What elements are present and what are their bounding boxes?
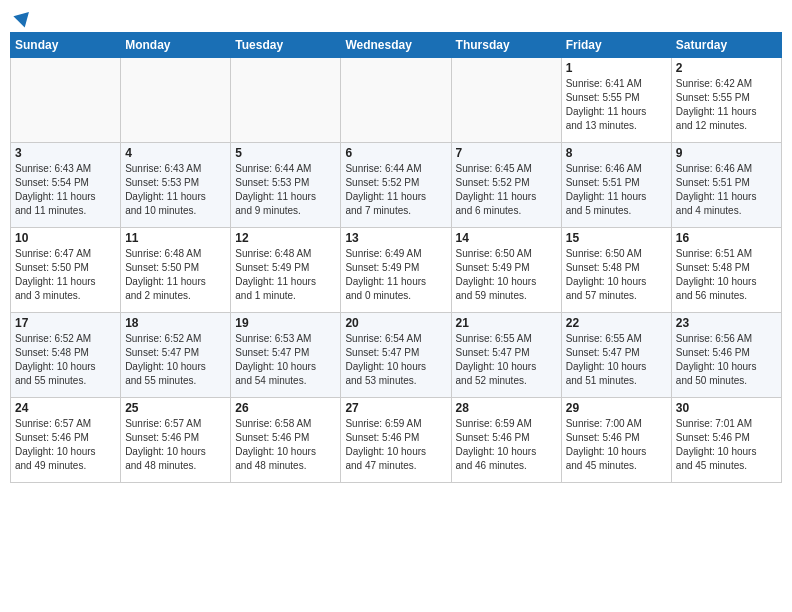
calendar-header-monday: Monday [121,33,231,58]
day-info: Sunrise: 6:57 AMSunset: 5:46 PMDaylight:… [15,417,116,473]
day-number: 14 [456,231,557,245]
day-number: 11 [125,231,226,245]
day-number: 25 [125,401,226,415]
day-number: 6 [345,146,446,160]
calendar-day-cell: 6Sunrise: 6:44 AMSunset: 5:52 PMDaylight… [341,143,451,228]
day-info: Sunrise: 6:56 AMSunset: 5:46 PMDaylight:… [676,332,777,388]
day-number: 27 [345,401,446,415]
day-info: Sunrise: 6:50 AMSunset: 5:49 PMDaylight:… [456,247,557,303]
calendar-day-cell: 5Sunrise: 6:44 AMSunset: 5:53 PMDaylight… [231,143,341,228]
day-number: 5 [235,146,336,160]
day-number: 8 [566,146,667,160]
day-info: Sunrise: 6:52 AMSunset: 5:48 PMDaylight:… [15,332,116,388]
calendar-day-cell: 28Sunrise: 6:59 AMSunset: 5:46 PMDayligh… [451,398,561,483]
day-info: Sunrise: 6:42 AMSunset: 5:55 PMDaylight:… [676,77,777,133]
page-header [10,10,782,24]
calendar-day-cell: 21Sunrise: 6:55 AMSunset: 5:47 PMDayligh… [451,313,561,398]
day-info: Sunrise: 6:59 AMSunset: 5:46 PMDaylight:… [345,417,446,473]
calendar-header-friday: Friday [561,33,671,58]
day-number: 4 [125,146,226,160]
logo-triangle-icon [13,6,34,27]
calendar-day-cell: 8Sunrise: 6:46 AMSunset: 5:51 PMDaylight… [561,143,671,228]
calendar-day-cell: 15Sunrise: 6:50 AMSunset: 5:48 PMDayligh… [561,228,671,313]
calendar-day-cell: 9Sunrise: 6:46 AMSunset: 5:51 PMDaylight… [671,143,781,228]
day-number: 13 [345,231,446,245]
calendar-header-saturday: Saturday [671,33,781,58]
day-info: Sunrise: 6:48 AMSunset: 5:50 PMDaylight:… [125,247,226,303]
calendar-week-row: 24Sunrise: 6:57 AMSunset: 5:46 PMDayligh… [11,398,782,483]
day-number: 2 [676,61,777,75]
day-number: 29 [566,401,667,415]
day-number: 21 [456,316,557,330]
calendar-day-cell: 3Sunrise: 6:43 AMSunset: 5:54 PMDaylight… [11,143,121,228]
day-number: 17 [15,316,116,330]
calendar-day-cell: 2Sunrise: 6:42 AMSunset: 5:55 PMDaylight… [671,58,781,143]
calendar-week-row: 1Sunrise: 6:41 AMSunset: 5:55 PMDaylight… [11,58,782,143]
day-number: 16 [676,231,777,245]
calendar-day-cell: 26Sunrise: 6:58 AMSunset: 5:46 PMDayligh… [231,398,341,483]
day-info: Sunrise: 6:46 AMSunset: 5:51 PMDaylight:… [566,162,667,218]
calendar-week-row: 10Sunrise: 6:47 AMSunset: 5:50 PMDayligh… [11,228,782,313]
day-number: 28 [456,401,557,415]
calendar-day-cell: 13Sunrise: 6:49 AMSunset: 5:49 PMDayligh… [341,228,451,313]
day-info: Sunrise: 6:50 AMSunset: 5:48 PMDaylight:… [566,247,667,303]
day-number: 23 [676,316,777,330]
day-info: Sunrise: 6:51 AMSunset: 5:48 PMDaylight:… [676,247,777,303]
day-info: Sunrise: 6:54 AMSunset: 5:47 PMDaylight:… [345,332,446,388]
calendar-day-cell: 23Sunrise: 6:56 AMSunset: 5:46 PMDayligh… [671,313,781,398]
day-info: Sunrise: 6:47 AMSunset: 5:50 PMDaylight:… [15,247,116,303]
calendar-day-cell [11,58,121,143]
day-info: Sunrise: 6:52 AMSunset: 5:47 PMDaylight:… [125,332,226,388]
day-info: Sunrise: 6:45 AMSunset: 5:52 PMDaylight:… [456,162,557,218]
day-info: Sunrise: 6:43 AMSunset: 5:53 PMDaylight:… [125,162,226,218]
day-number: 24 [15,401,116,415]
calendar-day-cell: 4Sunrise: 6:43 AMSunset: 5:53 PMDaylight… [121,143,231,228]
day-number: 3 [15,146,116,160]
day-number: 10 [15,231,116,245]
calendar-day-cell: 10Sunrise: 6:47 AMSunset: 5:50 PMDayligh… [11,228,121,313]
day-info: Sunrise: 6:55 AMSunset: 5:47 PMDaylight:… [566,332,667,388]
day-info: Sunrise: 6:43 AMSunset: 5:54 PMDaylight:… [15,162,116,218]
calendar-week-row: 17Sunrise: 6:52 AMSunset: 5:48 PMDayligh… [11,313,782,398]
day-info: Sunrise: 6:44 AMSunset: 5:53 PMDaylight:… [235,162,336,218]
logo [14,10,32,24]
calendar-header-wednesday: Wednesday [341,33,451,58]
day-info: Sunrise: 6:49 AMSunset: 5:49 PMDaylight:… [345,247,446,303]
calendar-day-cell: 29Sunrise: 7:00 AMSunset: 5:46 PMDayligh… [561,398,671,483]
calendar-day-cell: 12Sunrise: 6:48 AMSunset: 5:49 PMDayligh… [231,228,341,313]
calendar-day-cell: 27Sunrise: 6:59 AMSunset: 5:46 PMDayligh… [341,398,451,483]
calendar-day-cell: 22Sunrise: 6:55 AMSunset: 5:47 PMDayligh… [561,313,671,398]
day-info: Sunrise: 6:57 AMSunset: 5:46 PMDaylight:… [125,417,226,473]
day-number: 1 [566,61,667,75]
calendar-day-cell [341,58,451,143]
day-info: Sunrise: 6:58 AMSunset: 5:46 PMDaylight:… [235,417,336,473]
calendar-header-row: SundayMondayTuesdayWednesdayThursdayFrid… [11,33,782,58]
day-info: Sunrise: 6:59 AMSunset: 5:46 PMDaylight:… [456,417,557,473]
calendar-header-tuesday: Tuesday [231,33,341,58]
day-number: 19 [235,316,336,330]
day-info: Sunrise: 7:01 AMSunset: 5:46 PMDaylight:… [676,417,777,473]
day-number: 9 [676,146,777,160]
calendar-day-cell: 24Sunrise: 6:57 AMSunset: 5:46 PMDayligh… [11,398,121,483]
day-info: Sunrise: 6:44 AMSunset: 5:52 PMDaylight:… [345,162,446,218]
calendar-day-cell: 17Sunrise: 6:52 AMSunset: 5:48 PMDayligh… [11,313,121,398]
calendar-day-cell: 20Sunrise: 6:54 AMSunset: 5:47 PMDayligh… [341,313,451,398]
day-info: Sunrise: 6:53 AMSunset: 5:47 PMDaylight:… [235,332,336,388]
day-number: 7 [456,146,557,160]
calendar-day-cell [231,58,341,143]
calendar-day-cell: 1Sunrise: 6:41 AMSunset: 5:55 PMDaylight… [561,58,671,143]
calendar-day-cell: 19Sunrise: 6:53 AMSunset: 5:47 PMDayligh… [231,313,341,398]
calendar-day-cell [451,58,561,143]
day-number: 15 [566,231,667,245]
calendar-week-row: 3Sunrise: 6:43 AMSunset: 5:54 PMDaylight… [11,143,782,228]
day-number: 22 [566,316,667,330]
day-info: Sunrise: 7:00 AMSunset: 5:46 PMDaylight:… [566,417,667,473]
calendar-day-cell: 7Sunrise: 6:45 AMSunset: 5:52 PMDaylight… [451,143,561,228]
calendar-header-thursday: Thursday [451,33,561,58]
day-number: 12 [235,231,336,245]
day-number: 26 [235,401,336,415]
calendar-day-cell: 14Sunrise: 6:50 AMSunset: 5:49 PMDayligh… [451,228,561,313]
day-info: Sunrise: 6:41 AMSunset: 5:55 PMDaylight:… [566,77,667,133]
calendar-day-cell: 16Sunrise: 6:51 AMSunset: 5:48 PMDayligh… [671,228,781,313]
calendar-day-cell: 30Sunrise: 7:01 AMSunset: 5:46 PMDayligh… [671,398,781,483]
